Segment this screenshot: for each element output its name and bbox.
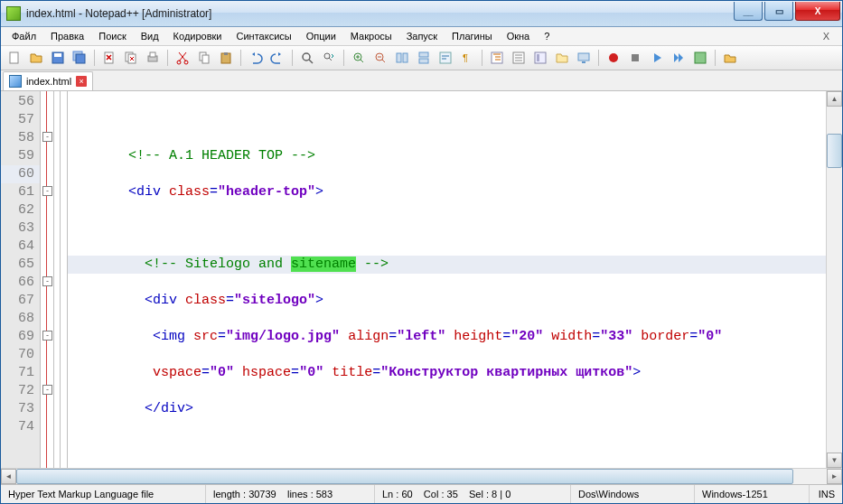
- close-button[interactable]: X: [795, 2, 840, 21]
- svg-point-32: [609, 53, 618, 62]
- menu-edit[interactable]: Правка: [43, 29, 91, 43]
- new-file-icon[interactable]: [5, 48, 24, 68]
- save-icon[interactable]: [48, 48, 68, 68]
- scroll-thumb[interactable]: [827, 134, 842, 168]
- close-all-icon[interactable]: [121, 48, 141, 68]
- file-type-icon: [9, 75, 22, 88]
- wrap-icon[interactable]: [436, 48, 455, 68]
- open-file-icon[interactable]: [26, 48, 46, 68]
- tab-close-icon[interactable]: ×: [76, 76, 87, 87]
- status-eol[interactable]: Dos\Windows: [571, 485, 695, 503]
- menu-plugins[interactable]: Плагины: [445, 29, 500, 43]
- print-icon[interactable]: [143, 48, 163, 68]
- menu-windows[interactable]: Окна: [500, 29, 538, 43]
- menu-close-x[interactable]: X: [814, 29, 838, 43]
- tabbar: index.html ×: [1, 70, 842, 91]
- status-encoding[interactable]: Windows-1251: [695, 485, 810, 503]
- status-position: Ln : 60 Col : 35 Sel : 8 | 0: [375, 485, 571, 503]
- editor-area: 56575859 60 61626364 6566676869 70717273…: [1, 91, 842, 468]
- scroll-left-icon[interactable]: ◄: [1, 469, 16, 484]
- menu-run[interactable]: Запуск: [399, 29, 445, 43]
- indent-guide-icon[interactable]: [487, 48, 507, 68]
- svg-rect-22: [419, 52, 428, 57]
- close-file-icon[interactable]: [99, 48, 119, 68]
- svg-rect-31: [582, 61, 585, 63]
- horizontal-scrollbar[interactable]: ◄ ►: [1, 468, 842, 484]
- stop-icon[interactable]: [625, 48, 645, 68]
- tab-label: index.html: [26, 76, 71, 87]
- replace-icon[interactable]: [319, 48, 339, 68]
- svg-rect-24: [440, 52, 451, 63]
- svg-rect-15: [224, 52, 228, 55]
- save-all-icon[interactable]: [70, 48, 89, 68]
- redo-icon[interactable]: [267, 48, 287, 68]
- function-list-icon[interactable]: [509, 48, 529, 68]
- record-icon[interactable]: [604, 48, 623, 68]
- code-editor[interactable]: <!-- A.1 HEADER TOP --> <div class="head…: [68, 91, 826, 468]
- scroll-up-icon[interactable]: ▲: [827, 91, 842, 107]
- svg-rect-21: [403, 53, 407, 62]
- status-language: Hyper Text Markup Language file: [1, 485, 206, 503]
- titlebar[interactable]: index.html - Notepad++ [Administrator] _…: [1, 1, 842, 27]
- undo-icon[interactable]: [246, 48, 266, 68]
- svg-rect-2: [54, 53, 61, 57]
- status-ins[interactable]: INS: [810, 485, 842, 503]
- toolbar: ¶: [1, 46, 842, 70]
- menu-language[interactable]: Синтаксисы: [229, 29, 299, 43]
- svg-rect-23: [419, 59, 428, 63]
- scroll-down-icon[interactable]: ▼: [827, 453, 842, 468]
- svg-rect-20: [397, 53, 401, 62]
- zoom-out-icon[interactable]: [370, 48, 390, 68]
- fold-box-icon[interactable]: -: [42, 331, 52, 341]
- toolbar-extra-icon[interactable]: [720, 48, 740, 68]
- window-title: index.html - Notepad++ [Administrator]: [26, 7, 211, 20]
- cut-icon[interactable]: [173, 48, 192, 68]
- copy-icon[interactable]: [194, 48, 214, 68]
- svg-rect-4: [76, 54, 85, 63]
- play-icon[interactable]: [647, 48, 667, 68]
- menubar: Файл Правка Поиск Вид Кодировки Синтакси…: [1, 27, 842, 46]
- svg-point-16: [303, 53, 310, 61]
- menu-search[interactable]: Поиск: [91, 29, 133, 43]
- status-length: length : 30739 lines : 583: [206, 485, 375, 503]
- vertical-scrollbar[interactable]: ▲ ▼: [826, 91, 842, 468]
- app-icon: [6, 6, 21, 21]
- scroll-thumb-h[interactable]: [16, 469, 793, 484]
- tab-index-html[interactable]: index.html ×: [3, 71, 93, 90]
- play-multi-icon[interactable]: [669, 48, 688, 68]
- svg-rect-34: [695, 52, 706, 63]
- app-window: index.html - Notepad++ [Administrator] _…: [0, 0, 843, 504]
- fold-box-icon[interactable]: -: [42, 132, 52, 142]
- folder-icon[interactable]: [552, 48, 572, 68]
- maximize-button[interactable]: ▭: [764, 2, 793, 21]
- menu-help[interactable]: ?: [537, 29, 557, 43]
- sync-h-icon[interactable]: [414, 48, 434, 68]
- find-icon[interactable]: [297, 48, 317, 68]
- paste-icon[interactable]: [216, 48, 236, 68]
- menu-macros[interactable]: Макросы: [343, 29, 399, 43]
- menu-view[interactable]: Вид: [134, 29, 166, 43]
- scroll-right-icon[interactable]: ►: [827, 469, 842, 484]
- fold-box-icon[interactable]: -: [42, 276, 52, 286]
- svg-rect-30: [578, 53, 589, 61]
- change-margin: [54, 91, 68, 468]
- save-macro-icon[interactable]: [690, 48, 710, 68]
- show-all-icon[interactable]: ¶: [457, 48, 477, 68]
- menu-encoding[interactable]: Кодировки: [166, 29, 229, 43]
- statusbar: Hyper Text Markup Language file length :…: [1, 484, 842, 503]
- menu-file[interactable]: Файл: [5, 29, 43, 43]
- fold-box-icon[interactable]: -: [42, 186, 52, 196]
- menu-settings[interactable]: Опции: [299, 29, 343, 43]
- fold-box-icon[interactable]: -: [42, 385, 52, 395]
- minimize-button[interactable]: __: [734, 2, 763, 21]
- svg-rect-29: [537, 54, 539, 61]
- sync-v-icon[interactable]: [392, 48, 412, 68]
- doc-map-icon[interactable]: [530, 48, 550, 68]
- zoom-in-icon[interactable]: [349, 48, 369, 68]
- svg-rect-13: [202, 55, 209, 63]
- svg-text:¶: ¶: [463, 52, 468, 63]
- fold-margin[interactable]: - - - - -: [41, 91, 54, 468]
- svg-rect-28: [535, 52, 546, 63]
- svg-rect-0: [10, 52, 18, 63]
- monitor-icon[interactable]: [574, 48, 594, 68]
